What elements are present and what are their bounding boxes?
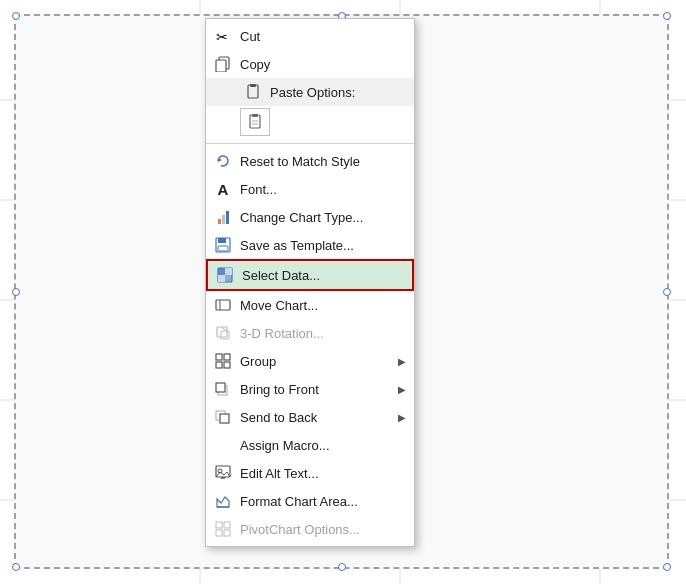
pivot-options-label: PivotChart Options... (240, 522, 406, 537)
svg-rect-36 (216, 383, 225, 392)
svg-marker-17 (218, 158, 222, 162)
menu-item-move-chart[interactable]: Move Chart... (206, 291, 414, 319)
format-chart-label: Format Chart Area... (240, 494, 406, 509)
3d-rotation-label: 3-D Rotation... (240, 326, 406, 341)
bring-front-arrow: ▶ (398, 384, 406, 395)
menu-item-select-data[interactable]: Select Data... (206, 259, 414, 291)
save-template-label: Save as Template... (240, 238, 406, 253)
separator-1 (206, 143, 414, 144)
svg-rect-12 (250, 84, 256, 87)
svg-rect-20 (218, 246, 228, 251)
menu-item-edit-alt[interactable]: Edit Alt Text... (206, 459, 414, 487)
svg-rect-43 (216, 522, 222, 528)
scissors-icon: ✂ (212, 26, 234, 46)
handle-top-left[interactable] (12, 12, 20, 20)
handle-mid-left[interactable] (12, 288, 20, 296)
svg-rect-25 (225, 275, 232, 282)
svg-text:✂: ✂ (216, 29, 228, 44)
font-label: Font... (240, 182, 406, 197)
select-data-icon (214, 265, 236, 285)
bring-front-icon (212, 379, 234, 399)
menu-item-change-chart[interactable]: Change Chart Type... (206, 203, 414, 231)
menu-item-copy[interactable]: Copy (206, 50, 414, 78)
edit-alt-label: Edit Alt Text... (240, 466, 406, 481)
menu-item-send-back[interactable]: Send to Back ▶ (206, 403, 414, 431)
handle-top-right[interactable] (663, 12, 671, 20)
change-chart-icon (212, 207, 234, 227)
3d-rotation-icon (212, 323, 234, 343)
svg-rect-28 (217, 327, 227, 337)
svg-rect-19 (218, 238, 226, 243)
svg-rect-31 (216, 354, 222, 360)
send-back-icon (212, 407, 234, 427)
svg-rect-26 (216, 300, 230, 310)
svg-rect-22 (218, 268, 225, 275)
move-chart-icon (212, 295, 234, 315)
bring-front-label: Bring to Front (240, 382, 398, 397)
copy-label: Copy (240, 57, 406, 72)
select-data-label: Select Data... (242, 268, 404, 283)
svg-rect-23 (225, 268, 232, 275)
menu-item-cut[interactable]: ✂ Cut (206, 22, 414, 50)
send-back-label: Send to Back (240, 410, 398, 425)
menu-item-format-chart[interactable]: Format Chart Area... (206, 487, 414, 515)
move-chart-label: Move Chart... (240, 298, 406, 313)
svg-rect-24 (218, 275, 225, 282)
reset-icon (212, 151, 234, 171)
change-chart-label: Change Chart Type... (240, 210, 406, 225)
group-arrow: ▶ (398, 356, 406, 367)
menu-item-bring-front[interactable]: Bring to Front ▶ (206, 375, 414, 403)
paste-header-icon (242, 82, 264, 102)
pivot-options-icon (212, 519, 234, 539)
group-label: Group (240, 354, 398, 369)
svg-rect-33 (216, 362, 222, 368)
svg-rect-14 (252, 114, 258, 117)
menu-item-3d-rotation[interactable]: 3-D Rotation... (206, 319, 414, 347)
paste-icon-box-1[interactable] (240, 108, 270, 136)
assign-macro-label: Assign Macro... (240, 438, 406, 453)
menu-item-save-template[interactable]: Save as Template... (206, 231, 414, 259)
assign-macro-icon (212, 435, 234, 455)
svg-rect-45 (216, 530, 222, 536)
format-chart-icon (212, 491, 234, 511)
paste-options-label: Paste Options: (270, 85, 406, 100)
context-menu: ✂ Cut Copy Paste Options: (205, 18, 415, 547)
copy-icon (212, 54, 234, 74)
handle-bottom-right[interactable] (663, 563, 671, 571)
menu-item-group[interactable]: Group ▶ (206, 347, 414, 375)
handle-bottom-center[interactable] (338, 563, 346, 571)
svg-rect-38 (220, 414, 229, 423)
edit-alt-icon (212, 463, 234, 483)
menu-item-pivot-options[interactable]: PivotChart Options... (206, 515, 414, 543)
svg-rect-30 (221, 331, 229, 339)
group-icon (212, 351, 234, 371)
svg-rect-10 (216, 60, 226, 72)
handle-mid-right[interactable] (663, 288, 671, 296)
save-template-icon (212, 235, 234, 255)
svg-rect-46 (224, 530, 230, 536)
svg-rect-34 (224, 362, 230, 368)
font-icon: A (212, 179, 234, 199)
send-back-arrow: ▶ (398, 412, 406, 423)
menu-item-assign-macro[interactable]: Assign Macro... (206, 431, 414, 459)
cut-label: Cut (240, 29, 406, 44)
handle-bottom-left[interactable] (12, 563, 20, 571)
paste-sub-area (206, 106, 414, 140)
reset-label: Reset to Match Style (240, 154, 406, 169)
svg-rect-44 (224, 522, 230, 528)
menu-item-font[interactable]: A Font... (206, 175, 414, 203)
menu-item-reset[interactable]: Reset to Match Style (206, 147, 414, 175)
svg-rect-32 (224, 354, 230, 360)
menu-item-paste-options: Paste Options: (206, 78, 414, 106)
